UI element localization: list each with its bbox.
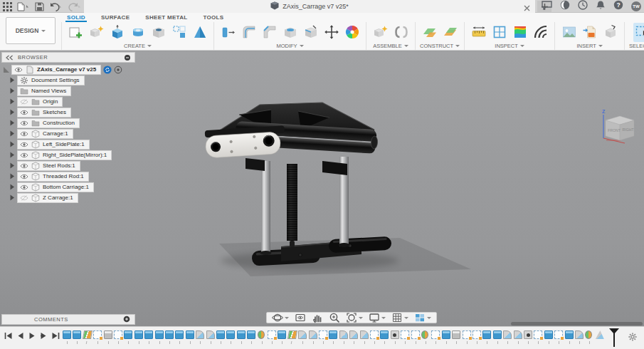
notifications-icon[interactable]: [596, 0, 606, 13]
undo-icon[interactable]: [49, 2, 63, 11]
timeline-feature-hole-icon[interactable]: [391, 330, 399, 339]
timeline-feature-extrude-icon[interactable]: [226, 330, 235, 339]
timeline-feature-extrude-icon[interactable]: [124, 330, 132, 339]
step-back-icon[interactable]: [17, 332, 24, 340]
timeline-feature-sketch-icon[interactable]: [370, 330, 379, 339]
curvature-map-icon[interactable]: [510, 23, 529, 42]
timeline-feature-extrude-icon[interactable]: [237, 330, 246, 339]
timeline-feature-extrude-icon[interactable]: [165, 330, 174, 339]
skip-to-start-icon[interactable]: [4, 332, 13, 340]
step-forward-icon[interactable]: [40, 332, 47, 340]
timeline-feature-extrude-icon[interactable]: [186, 330, 194, 339]
timeline-feature-plane-icon[interactable]: [83, 330, 93, 339]
ribbon-tab-surface[interactable]: SURFACE: [100, 14, 131, 22]
eye-visible-icon[interactable]: [20, 109, 28, 116]
browser-row[interactable]: Threaded Rod:1: [1, 171, 172, 182]
viewcube[interactable]: Z FRONT RIGHT: [596, 105, 640, 149]
arrow-right-icon[interactable]: [7, 194, 17, 201]
play-icon[interactable]: [28, 332, 36, 340]
insert-svg-icon[interactable]: [580, 23, 599, 42]
zebra-analysis-icon[interactable]: [531, 23, 550, 42]
eye-hidden-icon[interactable]: [20, 98, 28, 105]
loft-icon[interactable]: [190, 23, 209, 42]
timeline-feature-fillet-icon[interactable]: [349, 330, 358, 339]
timeline-feature-extrude-icon[interactable]: [278, 330, 286, 339]
timeline-feature-extrude-icon[interactable]: [73, 330, 81, 339]
browser-row-root[interactable]: ZAxis_Carrage v7 v25: [1, 64, 172, 75]
eye-visible-icon[interactable]: [14, 66, 23, 73]
fit-icon[interactable]: [344, 313, 365, 323]
help-icon[interactable]: ?: [613, 0, 623, 13]
hole-icon[interactable]: [149, 23, 168, 42]
arrow-right-icon[interactable]: [7, 109, 17, 115]
pan-icon[interactable]: [310, 313, 325, 323]
app-grid-icon[interactable]: [3, 2, 12, 11]
timeline-feature-extrude-icon[interactable]: [144, 330, 153, 339]
revolve-icon[interactable]: [128, 23, 147, 42]
timeline-settings-gear-icon[interactable]: [628, 332, 638, 345]
timeline-feature-component-icon[interactable]: [452, 330, 460, 339]
timeline-feature-extrude-icon[interactable]: [442, 330, 450, 339]
timeline-feature-extrude-icon[interactable]: [216, 330, 225, 339]
timeline-scrollbar[interactable]: [511, 322, 643, 325]
timeline-feature-mirror-icon[interactable]: [585, 330, 592, 339]
browser-row[interactable]: Left_SidePlate:1: [1, 139, 172, 150]
shell-icon[interactable]: [280, 23, 300, 42]
timeline-feature-extrude-icon[interactable]: [247, 330, 255, 339]
browser-row[interactable]: Carrage:1: [1, 128, 172, 139]
look-at-icon[interactable]: [292, 313, 308, 323]
timeline-feature-sketch-icon[interactable]: [114, 330, 122, 339]
timeline-feature-extrude-icon[interactable]: [565, 330, 574, 339]
timeline-feature-mirror-icon[interactable]: [258, 330, 265, 339]
zoom-icon[interactable]: [327, 313, 342, 323]
timeline-feature-extrude-icon[interactable]: [175, 330, 184, 339]
canvas-icon[interactable]: [559, 23, 579, 42]
comments-panel[interactable]: COMMENTS: [1, 314, 135, 325]
select-icon[interactable]: [633, 23, 644, 42]
timeline-feature-extrude-icon[interactable]: [329, 330, 337, 339]
timeline-feature-sketch-icon[interactable]: [411, 330, 420, 339]
timeline-feature-fillet-icon[interactable]: [339, 330, 348, 339]
eye-visible-icon[interactable]: [20, 152, 28, 159]
timeline-feature-extrude-icon[interactable]: [134, 330, 143, 339]
panel-options-icon[interactable]: [124, 54, 131, 61]
arrow-right-icon[interactable]: [7, 77, 17, 83]
rectangular-pattern-icon[interactable]: [169, 23, 189, 42]
timeline-feature-sketch-icon[interactable]: [268, 330, 276, 339]
timeline-feature-plane-icon[interactable]: [287, 330, 297, 339]
timeline-feature-fillet-icon[interactable]: [298, 330, 307, 339]
timeline-feature-sketch-icon[interactable]: [463, 330, 471, 339]
ribbon-group-label[interactable]: CREATE: [124, 43, 152, 49]
plane-offset-icon[interactable]: [420, 23, 439, 42]
timeline-feature-extrude-icon[interactable]: [380, 330, 389, 339]
plane-midplane-icon[interactable]: [440, 23, 460, 42]
arrow-right-icon[interactable]: [7, 184, 17, 190]
timeline-feature-fillet-icon[interactable]: [206, 330, 215, 339]
ribbon-group-label[interactable]: INSPECT: [495, 43, 524, 49]
timeline-feature-extrude-icon[interactable]: [482, 330, 491, 339]
viewports-icon[interactable]: [412, 313, 433, 323]
measure-icon[interactable]: [469, 23, 488, 42]
browser-row[interactable]: Bottom Carriage:1: [1, 182, 172, 192]
timeline-feature-extrude-icon[interactable]: [493, 330, 502, 339]
chamfer-icon[interactable]: [260, 23, 279, 42]
ribbon-tab-tools[interactable]: TOOLS: [201, 14, 225, 22]
user-avatar[interactable]: TW: [631, 1, 641, 11]
save-icon[interactable]: [35, 2, 44, 11]
browser-header[interactable]: BROWSER: [1, 52, 135, 63]
browser-row[interactable]: Document Settings: [1, 75, 172, 85]
orbit-icon[interactable]: [270, 313, 291, 323]
timeline-feature-fillet-icon[interactable]: [309, 330, 317, 339]
redo-icon[interactable]: [68, 2, 81, 11]
timeline-feature-hole-icon[interactable]: [524, 330, 532, 339]
appearance-icon[interactable]: [342, 23, 361, 42]
arrow-right-icon[interactable]: [7, 173, 17, 179]
ribbon-group-label[interactable]: INSERT: [576, 43, 602, 49]
eye-visible-icon[interactable]: [20, 173, 28, 180]
skip-to-end-icon[interactable]: [51, 332, 60, 340]
insert-mesh-icon[interactable]: [601, 23, 620, 42]
extrude-icon[interactable]: [107, 23, 127, 42]
timeline-feature-mirror2-icon[interactable]: [596, 330, 604, 339]
recent-icon[interactable]: [578, 0, 588, 13]
target-icon[interactable]: [114, 66, 122, 74]
